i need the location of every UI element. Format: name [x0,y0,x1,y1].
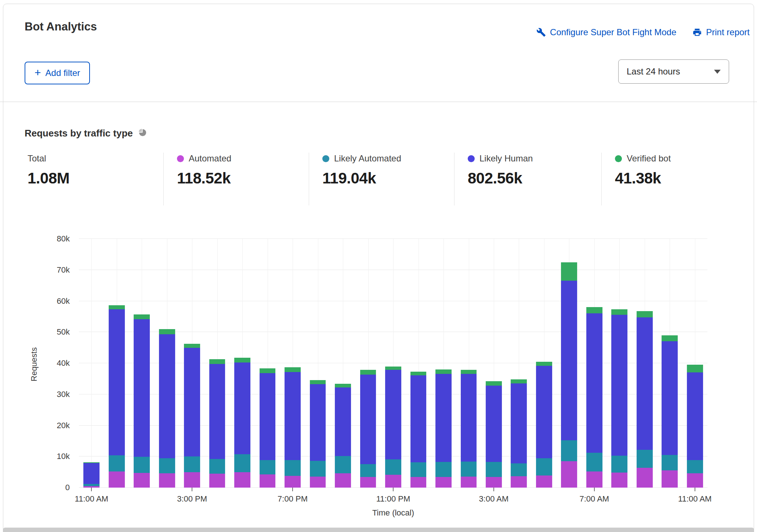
x-tick-label: 11:00 PM [376,494,410,504]
chart-bar-1200am[interactable] [410,372,427,488]
chart-bar-1000pm[interactable] [360,370,376,488]
chart-bar-300am[interactable] [486,381,502,488]
segment-verified-bot [536,362,552,366]
segment-likely-human [611,315,627,456]
time-range-select[interactable]: Last 24 hours [618,59,729,84]
bar-slot [305,239,330,488]
printer-icon [692,28,702,37]
segment-verified-bot [184,344,200,348]
chart-bar-800pm[interactable] [310,380,326,488]
segment-verified-bot [561,262,577,281]
chart-bar-1200pm[interactable] [109,305,125,488]
x-tick-mark [695,488,695,491]
chart-bar-800am[interactable] [611,309,627,488]
segment-likely-human [335,387,351,456]
time-range-value: Last 24 hours [627,66,680,77]
segment-likely-automated [109,455,125,471]
segment-likely-automated [335,456,351,473]
segment-likely-automated [461,462,477,477]
segment-automated [511,476,527,488]
bar-slot [204,239,229,488]
chart-bar-700pm[interactable] [285,367,301,488]
chart-bar-600pm[interactable] [260,368,276,488]
chart-bar-1100am[interactable] [687,365,703,488]
stat-likely-human-value: 802.56k [468,170,533,187]
chart-bar-100am[interactable] [435,369,452,488]
segment-likely-automated [586,453,602,471]
segment-automated [687,473,703,488]
y-tick-label: 70k [57,265,70,275]
configure-super-bot-fight-mode-link[interactable]: Configure Super Bot Fight Mode [536,27,676,37]
add-filter-button[interactable]: + Add filter [25,62,90,84]
stat-likely-automated-value: 119.04k [322,170,401,187]
segment-verified-bot [134,314,150,319]
chart-bar-300pm[interactable] [184,344,200,488]
bar-slot [506,239,531,488]
x-tick-mark [393,488,394,491]
segment-likely-human [536,366,552,459]
segment-verified-bot [662,335,678,341]
segment-verified-bot [360,370,376,375]
x-tick-mark [493,488,494,491]
chart-bar-200am[interactable] [461,370,477,488]
chart-bar-400pm[interactable] [209,359,225,488]
segment-automated [461,477,477,488]
segment-automated [637,468,653,488]
x-tick-label: 11:00 AM [678,494,711,504]
bar-slot [104,239,129,488]
y-axis-ticks: 010k20k30k40k50k60k70k80k [33,239,70,488]
chart-bar-400am[interactable] [511,379,527,488]
print-report-link[interactable]: Print report [692,27,750,37]
segment-likely-human [511,383,527,463]
vertical-gridline [91,239,92,488]
segment-likely-automated [285,460,301,476]
bar-slot [129,239,154,488]
bar-slot [557,239,582,488]
page-title: Bot Analytics [25,20,97,33]
x-tick-label: 3:00 AM [479,494,509,504]
chart-bar-200pm[interactable] [159,329,175,488]
y-tick-label: 60k [57,296,70,306]
chart-bar-100pm[interactable] [134,314,150,488]
bar-slot [230,239,255,488]
segment-verified-bot [310,380,326,384]
bar-slot [607,239,632,488]
segment-likely-human [410,375,427,462]
chart-bar-900am[interactable] [637,311,653,488]
stat-automated: Automated 118.52k [177,153,231,187]
chart-bar-600am[interactable] [561,262,577,488]
next-section-edge [3,528,754,532]
bar-slot [355,239,380,488]
y-tick-label: 20k [57,421,70,430]
segment-verified-bot [285,367,301,372]
bars-layer [79,239,707,488]
stat-total: Total 1.08M [28,153,69,187]
segment-verified-bot [586,307,602,313]
automated-dot-icon [177,155,184,162]
segment-likely-automated [637,450,653,468]
bar-slot [180,239,204,488]
chart-bar-1100pm[interactable] [385,367,401,488]
chart-bar-900pm[interactable] [335,384,351,488]
segment-verified-bot [637,311,653,317]
segment-likely-automated [360,464,376,477]
segment-automated [184,472,200,488]
stat-automated-label: Automated [189,153,231,164]
chart-bar-1100am[interactable] [83,462,99,488]
chart-bar-500am[interactable] [536,362,552,488]
bar-slot [431,239,456,488]
likely-automated-dot-icon [322,155,329,162]
chart-bar-500pm[interactable] [234,358,250,488]
segment-verified-bot [611,309,627,315]
segment-verified-bot [486,381,502,386]
print-link-label: Print report [706,27,750,37]
segment-likely-automated [435,462,452,477]
segment-automated [134,473,150,488]
segment-automated [260,474,276,488]
chart-bar-700am[interactable] [586,307,602,488]
add-filter-label: Add filter [46,68,80,78]
segment-automated [209,474,225,488]
chart-bar-1000am[interactable] [662,335,678,488]
segment-verified-bot [209,359,225,364]
bar-slot [406,239,431,488]
